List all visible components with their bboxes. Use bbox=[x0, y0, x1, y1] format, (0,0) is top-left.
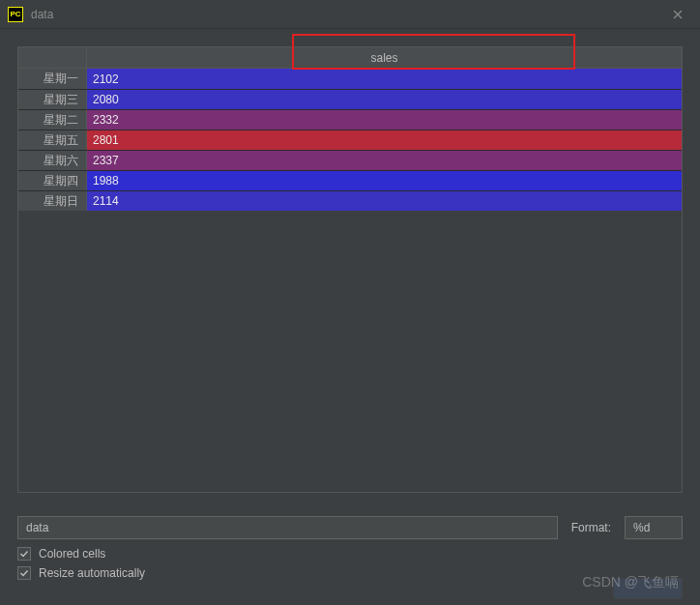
app-icon: PC bbox=[8, 7, 23, 22]
data-table: sales 星期一2102星期三2080星期二2332星期五2801星期六233… bbox=[17, 46, 683, 493]
row-label: 星期五 bbox=[18, 130, 87, 150]
row-label: 星期三 bbox=[18, 90, 87, 109]
table-row[interactable]: 星期二2332 bbox=[18, 109, 682, 130]
table-row[interactable]: 星期日2114 bbox=[18, 190, 682, 211]
content-area: sales 星期一2102星期三2080星期二2332星期五2801星期六233… bbox=[0, 29, 700, 493]
table-header-corner bbox=[18, 47, 87, 69]
resize-auto-checkbox[interactable]: Resize automatically bbox=[17, 566, 145, 580]
colored-cells-checkbox[interactable]: Colored cells bbox=[17, 547, 145, 561]
format-input[interactable] bbox=[625, 516, 683, 539]
table-row[interactable]: 星期一2102 bbox=[18, 69, 682, 89]
table-row[interactable]: 星期五2801 bbox=[18, 130, 682, 150]
row-value[interactable]: 2337 bbox=[87, 151, 682, 170]
ok-button[interactable] bbox=[613, 578, 683, 599]
table-header-row: sales bbox=[18, 47, 682, 69]
resize-auto-label: Resize automatically bbox=[39, 566, 145, 580]
table-row[interactable]: 星期六2337 bbox=[18, 150, 682, 170]
column-header-label: sales bbox=[370, 51, 397, 65]
colored-cells-label: Colored cells bbox=[39, 547, 105, 561]
table-row[interactable]: 星期三2080 bbox=[18, 89, 682, 109]
checkbox-box bbox=[17, 566, 31, 580]
row-label: 星期四 bbox=[18, 171, 87, 190]
checkmark-icon bbox=[19, 568, 29, 578]
row-value[interactable]: 2114 bbox=[87, 191, 682, 211]
table-header-sales[interactable]: sales bbox=[87, 47, 682, 69]
row-label: 星期二 bbox=[18, 110, 87, 130]
checkbox-box bbox=[17, 547, 31, 561]
row-value[interactable]: 2102 bbox=[87, 69, 682, 89]
row-value[interactable]: 2080 bbox=[87, 90, 682, 109]
row-label: 星期六 bbox=[18, 151, 87, 170]
table-row[interactable]: 星期四1988 bbox=[18, 170, 682, 190]
data-expression-input[interactable] bbox=[17, 516, 558, 539]
row-value[interactable]: 2801 bbox=[87, 130, 682, 150]
row-value[interactable]: 2332 bbox=[87, 110, 682, 130]
checkmark-icon bbox=[19, 549, 29, 559]
row-label: 星期一 bbox=[18, 69, 87, 89]
row-label: 星期日 bbox=[18, 191, 87, 211]
close-button[interactable] bbox=[663, 0, 692, 29]
bottom-controls: Format: bbox=[17, 516, 683, 539]
format-label: Format: bbox=[571, 521, 611, 534]
row-value[interactable]: 1988 bbox=[87, 171, 682, 190]
titlebar: PC data bbox=[0, 0, 700, 29]
table-body: 星期一2102星期三2080星期二2332星期五2801星期六2337星期四19… bbox=[18, 69, 682, 492]
close-icon bbox=[673, 10, 683, 19]
window-title: data bbox=[31, 8, 53, 21]
checkbox-area: Colored cells Resize automatically bbox=[17, 547, 145, 586]
